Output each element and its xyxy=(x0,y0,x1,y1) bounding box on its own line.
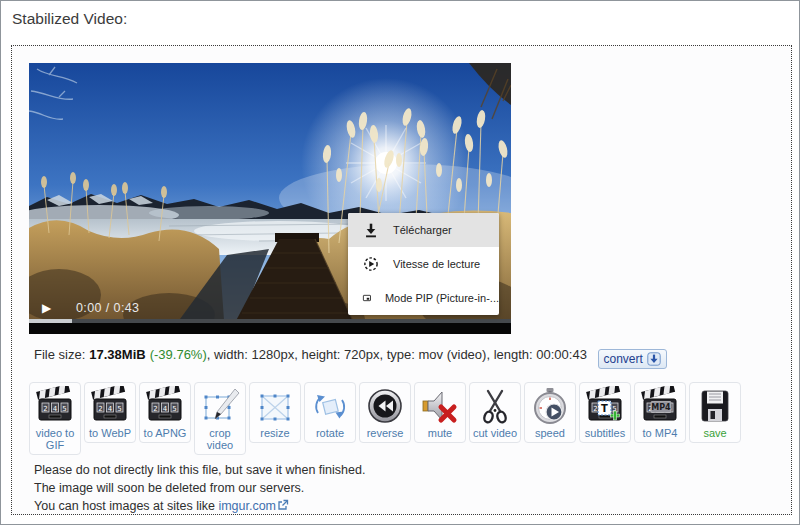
file-details: , width: 1280px, height: 720px, type: mo… xyxy=(207,347,587,362)
tool-rotate[interactable]: rotate xyxy=(304,382,356,443)
tool-label: to WebP xyxy=(86,427,134,439)
menu-item-download[interactable]: Télécharger xyxy=(348,213,499,247)
buffered-segment xyxy=(29,319,72,323)
convert-label: convert xyxy=(604,352,643,366)
tool-label: video to GIF xyxy=(31,427,79,451)
tool-label: cut video xyxy=(471,427,519,439)
video-letterbox xyxy=(29,323,511,334)
floppy-disk-icon xyxy=(695,386,735,426)
external-link-icon xyxy=(277,499,289,511)
menu-item-playback-speed[interactable]: Vitesse de lecture xyxy=(348,247,499,281)
tool-speed[interactable]: speed xyxy=(524,382,576,443)
tool-reverse[interactable]: reverse xyxy=(359,382,411,443)
download-icon xyxy=(362,221,380,239)
tool-mute[interactable]: mute xyxy=(414,382,466,443)
file-size-label: File size: xyxy=(34,347,85,362)
tools-row: video to GIF to WebP to APNG xyxy=(29,382,791,455)
tool-cut-video[interactable]: cut video xyxy=(469,382,521,443)
clapperboard-icon xyxy=(35,386,75,426)
file-info: File size:17.38MiB(-39.76%), width: 1280… xyxy=(34,347,791,369)
scissors-icon xyxy=(475,386,515,426)
tool-label: save xyxy=(691,427,739,439)
tool-label: mute xyxy=(416,427,464,439)
subtitles-clapperboard-icon: T xyxy=(585,386,625,426)
tool-video-to-gif[interactable]: video to GIF xyxy=(29,382,81,455)
video-context-menu: Télécharger Vitesse de lecture Mode PIP … xyxy=(348,213,499,315)
rotate-arrows-icon xyxy=(310,386,350,426)
note-line-1: Please do not directly link this file, b… xyxy=(34,461,791,479)
note-line-3: You can host images at sites like imgur.… xyxy=(34,497,791,515)
size-delta: (-39.76%) xyxy=(150,347,207,362)
resize-handles-icon xyxy=(255,386,295,426)
tool-label: resize xyxy=(251,427,299,439)
tool-subtitles[interactable]: T subtitles xyxy=(579,382,631,443)
tool-label: subtitles xyxy=(581,427,629,439)
tool-to-mp4[interactable]: MP4 to MP4 xyxy=(634,382,686,443)
clapperboard-icon xyxy=(145,386,185,426)
speaker-muted-icon xyxy=(420,386,460,426)
menu-item-pip[interactable]: Mode PIP (Picture-in-... xyxy=(348,281,499,315)
svg-text:MP4: MP4 xyxy=(651,403,671,412)
stopwatch-icon xyxy=(530,386,570,426)
tool-to-webp[interactable]: to WebP xyxy=(84,382,136,443)
svg-text:T: T xyxy=(601,403,608,414)
progress-bar[interactable] xyxy=(29,319,511,323)
menu-item-label: Vitesse de lecture xyxy=(393,258,480,270)
tool-label: to MP4 xyxy=(636,427,684,439)
tool-label: speed xyxy=(526,427,574,439)
menu-item-label: Mode PIP (Picture-in-... xyxy=(385,292,499,304)
content-panel: ▶ 0:00 / 0:43 Télécharger xyxy=(11,45,792,515)
time-display: 0:00 / 0:43 xyxy=(76,301,139,315)
tool-crop-video[interactable]: crop video xyxy=(194,382,246,455)
convert-button[interactable]: convert xyxy=(598,349,667,369)
file-size-value: 17.38MiB xyxy=(89,347,145,362)
tool-label: rotate xyxy=(306,427,354,439)
page-title: Stabilized Video: xyxy=(1,1,799,28)
note-line-2: The image will soon be deleted from our … xyxy=(34,479,791,497)
notes: Please do not directly link this file, b… xyxy=(34,461,791,515)
playback-speed-icon xyxy=(362,255,380,273)
tool-resize[interactable]: resize xyxy=(249,382,301,443)
rewind-circle-icon xyxy=(365,386,405,426)
tool-label: crop video xyxy=(196,427,244,451)
video-player[interactable]: ▶ 0:00 / 0:43 Télécharger xyxy=(29,63,511,334)
menu-item-label: Télécharger xyxy=(393,224,452,236)
mp4-clapperboard-icon: MP4 xyxy=(640,386,680,426)
tool-label: to APNG xyxy=(141,427,189,439)
crop-knife-icon xyxy=(200,386,240,426)
tool-to-apng[interactable]: to APNG xyxy=(139,382,191,443)
play-button[interactable]: ▶ xyxy=(42,301,51,315)
download-arrow-icon xyxy=(647,352,661,366)
clapperboard-icon xyxy=(90,386,130,426)
imgur-link[interactable]: imgur.com xyxy=(218,499,276,513)
tool-label: reverse xyxy=(361,427,409,439)
note-line-3-text: You can host images at sites like xyxy=(34,499,218,513)
screen: Stabilized Video: xyxy=(0,0,800,525)
tool-save[interactable]: save xyxy=(689,382,741,443)
pip-icon xyxy=(362,289,372,307)
